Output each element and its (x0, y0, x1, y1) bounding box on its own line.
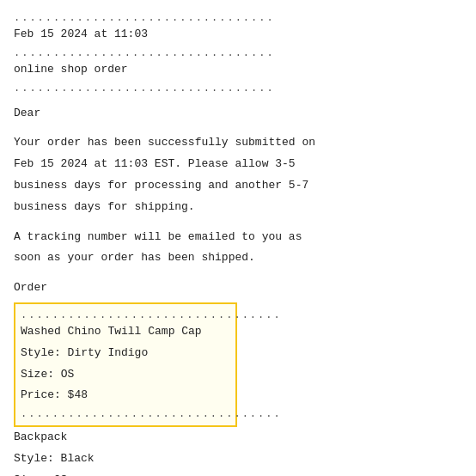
body-line-5: A tracking number will be emailed to you… (14, 229, 462, 247)
body-line-3: business days for processing and another… (14, 177, 462, 195)
shop-label: online shop order (14, 61, 462, 79)
item2-name: Backpack (14, 429, 462, 447)
dotted-line-1: ................................. (14, 12, 462, 24)
item1-dotted-top: ................................. (21, 309, 230, 321)
item1-dotted-bottom: ................................. (21, 408, 230, 420)
dotted-line-2: ................................. (14, 47, 462, 59)
body-line-4: business days for shipping. (14, 198, 462, 217)
dotted-line-3: ................................. (14, 82, 462, 95)
item-1-block: ................................. Washed… (14, 302, 237, 427)
body-line-1: Your order has been successfully submitt… (14, 134, 462, 152)
order-label: Order (14, 279, 462, 297)
item-2-block: Backpack Style: Black Size: OS Price: $1… (14, 429, 462, 476)
dear-line: Dear (14, 105, 462, 123)
item1-price: Price: $48 (21, 387, 230, 405)
item1-size: Size: OS (21, 366, 230, 384)
body-line-6: soon as your order has been shipped. (14, 249, 462, 267)
item1-name: Washed Chino Twill Camp Cap (21, 323, 230, 341)
item1-style: Style: Dirty Indigo (21, 345, 230, 363)
date-line: Feb 15 2024 at 11:03 (14, 26, 462, 44)
item2-style: Style: Black (14, 450, 462, 468)
body-line-2: Feb 15 2024 at 11:03 EST. Please allow 3… (14, 156, 462, 174)
item2-size: Size: OS (14, 472, 462, 476)
